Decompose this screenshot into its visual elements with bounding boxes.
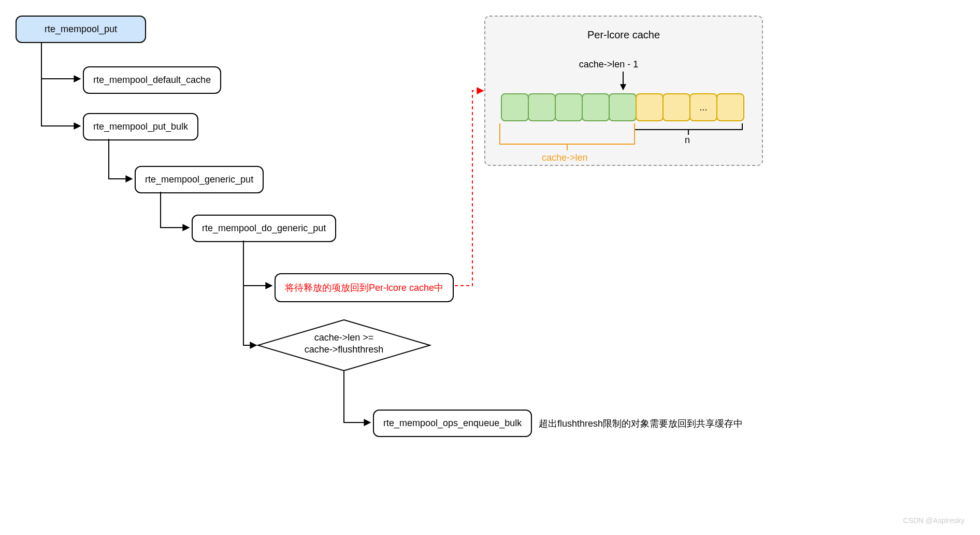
node-put-back-cache: 将待释放的项放回到Per-lcore cache中 (275, 273, 454, 302)
cache-cell-yellow: ... (689, 93, 717, 121)
node-root: rte_mempool_put (16, 16, 146, 43)
cache-cell-green (582, 93, 610, 121)
cache-cells: ... (501, 93, 743, 121)
node-generic-put: rte_mempool_generic_put (135, 166, 264, 193)
node-default-cache: rte_mempool_default_cache (83, 66, 221, 94)
node-put-bulk: rte_mempool_put_bulk (83, 113, 198, 140)
edge-root-n2 (41, 43, 80, 126)
edge-root-n1 (41, 43, 80, 79)
edge-diamond-n6 (344, 371, 370, 423)
bracket-len-label: cache->len (542, 152, 588, 163)
note-ops-enqueue: 超出flushthresh限制的对象需要放回到共享缓存中 (539, 417, 743, 430)
node-do-generic-put: rte_mempool_do_generic_put (192, 215, 336, 242)
cache-pointer-label: cache->len - 1 (572, 59, 645, 70)
cache-cell-green (528, 93, 556, 121)
edge-n4-n5 (243, 241, 272, 286)
cache-cell-green (555, 93, 583, 121)
diamond-line1: cache->len >= (314, 332, 374, 343)
cache-cell-green (501, 93, 529, 121)
cache-cell-yellow (662, 93, 690, 121)
edge-n3-n4 (161, 192, 189, 228)
diamond-label: cache->len >= cache->flushthresh (258, 332, 430, 356)
node-ops-enqueue-bulk: rte_mempool_ops_enqueue_bulk (373, 410, 532, 437)
watermark: CSDN @Aspiresky (903, 516, 964, 525)
diamond-line2: cache->flushthresh (305, 344, 384, 355)
cache-title: Per-lcore cache (485, 29, 762, 41)
cache-cell-green (609, 93, 637, 121)
per-lcore-cache-box: Per-lcore cache cache->len - 1 ... (484, 16, 763, 166)
edge-n4-diamond (243, 241, 256, 345)
edge-n2-n3 (109, 139, 132, 179)
cache-cell-yellow (716, 93, 744, 121)
edge-red-to-cache (455, 91, 483, 286)
cache-cell-yellow (636, 93, 664, 121)
bracket-n-label: n (685, 135, 690, 146)
